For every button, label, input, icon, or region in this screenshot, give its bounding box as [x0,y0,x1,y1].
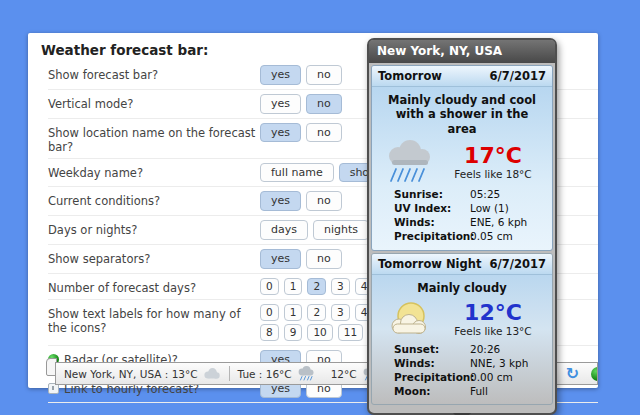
option-button-yes[interactable]: yes [260,94,301,114]
cloud-icon [202,367,221,380]
radar-status-icon[interactable] [591,367,598,381]
detail-value: NNE, 3 kph [470,357,528,371]
detail-value: ENE, 6 kph [470,216,527,230]
detail-label: Sunrise: [394,188,470,202]
feels-like: Feels like 18°C [440,168,546,180]
day-name: Tomorrow [378,69,442,83]
detail-label: Winds: [394,216,470,230]
detail-value: Full [470,385,488,399]
rain-cloud-icon [296,366,315,381]
setting-label: Days or nights? [48,223,137,237]
day-details: Sunset:20:26Winds:NNE, 3 kphPrecipitatio… [372,340,552,404]
setting-options: yesno [260,94,342,114]
rain-cloud-icon [381,139,437,185]
forecast-bar-segment[interactable]: Tue : 16°C [230,366,323,381]
refresh-icon[interactable]: ↻ [566,366,579,382]
day-date: 6/7/2017 [490,69,546,83]
forecast-bar-toolbar: ↻ 5 [556,363,598,384]
option-button-no[interactable]: no [306,65,342,85]
detail-row: Winds:NNE, 3 kph [394,357,548,371]
option-button-8[interactable]: 8 [260,324,279,341]
option-button-1[interactable]: 1 [284,304,303,321]
popup-location-title: New York, NY, USA [369,40,555,63]
setting-options: yesno [260,249,342,269]
option-button-11[interactable]: 11 [338,324,363,341]
detail-row: UV Index:Low (1) [394,202,548,216]
popup-days: Tomorrow 6/7/2017 Mainly cloudy and cool… [369,65,555,405]
setting-label: Number of forecast days? [48,281,196,295]
option-button-full-name[interactable]: full name [260,163,334,183]
forecast-day-panel: Tomorrow 6/7/2017 Mainly cloudy and cool… [371,65,553,251]
option-button-10[interactable]: 10 [307,324,332,341]
detail-row: Winds:ENE, 6 kph [394,216,548,230]
moon-cloud-icon [383,298,435,340]
setting-label: Vertical mode? [48,97,133,111]
setting-label: Show forecast bar? [48,68,158,82]
day-description: Mainly cloudy [372,275,552,297]
option-button-no[interactable]: no [306,123,342,143]
detail-row: Moon:Full [394,385,548,399]
temperature: 12°C [440,301,546,324]
option-button-yes[interactable]: yes [260,249,301,269]
day-details: Sunrise:05:25UV Index:Low (1)Winds:ENE, … [372,185,552,249]
detail-value: 0.05 cm [470,230,513,244]
option-button-yes[interactable]: yes [260,191,301,211]
detail-row: Sunset:20:26 [394,343,548,357]
option-button-3[interactable]: 3 [331,278,350,295]
forecast-bar-segment[interactable]: New York, NY, USA : 13°C [56,367,229,380]
option-button-0[interactable]: 0 [260,278,279,295]
option-button-9[interactable]: 9 [284,324,303,341]
option-button-1[interactable]: 1 [284,278,303,295]
setting-label: Show location name on the forecast bar? [48,126,260,154]
segment-text: New York, NY, USA : 13°C [64,368,198,380]
weather-popup: New York, NY, USA Tomorrow 6/7/2017 Main… [367,38,557,415]
option-button-yes[interactable]: yes [260,123,301,143]
setting-options: yesno [260,123,342,143]
detail-value: 20:26 [470,343,500,357]
detail-label: Precipitation: [394,371,470,385]
day-description: Mainly cloudy and cool with a shower in … [372,87,552,138]
feels-like: Feels like 13°C [440,325,546,337]
detail-label: UV Index: [394,202,470,216]
option-button-no[interactable]: no [306,94,342,114]
detail-label: Moon: [394,385,470,399]
detail-value: 0.00 cm [470,371,513,385]
option-button-0[interactable]: 0 [260,304,279,321]
option-button-2[interactable]: 2 [307,304,326,321]
setting-label: Show text labels for how many of the ico… [48,307,260,335]
option-button-no[interactable]: no [306,249,342,269]
option-button-no[interactable]: no [306,191,342,211]
setting-label: Show separators? [48,252,150,266]
temperature: 17°C [440,144,546,167]
segment-text: 12°C [331,368,357,380]
setting-options: yesno [260,191,342,211]
forecast-day-panel: Tomorrow Night 6/7/2017 Mainly cloudy 12… [371,253,553,406]
option-button-yes[interactable]: yes [260,65,301,85]
option-button-3[interactable]: 3 [331,304,350,321]
segment-text: Tue : 16°C [238,368,292,380]
setting-options: yesno [260,65,342,85]
day-name: Tomorrow Night [378,257,481,271]
detail-label: Precipitation: [394,230,470,244]
detail-row: Precipitation:0.05 cm [394,230,548,244]
detail-row: Sunrise:05:25 [394,188,548,202]
detail-row: Precipitation:0.00 cm [394,371,548,385]
day-date: 6/7/2017 [490,257,546,271]
detail-value: 05:25 [470,188,500,202]
option-button-days[interactable]: days [260,220,308,240]
option-button-2[interactable]: 2 [307,278,326,295]
detail-value: Low (1) [470,202,509,216]
setting-label: Current conditions? [48,194,160,208]
detail-label: Winds: [394,357,470,371]
option-button-nights[interactable]: nights [313,220,369,240]
detail-label: Sunset: [394,343,470,357]
setting-label: Weekday name? [48,166,143,180]
